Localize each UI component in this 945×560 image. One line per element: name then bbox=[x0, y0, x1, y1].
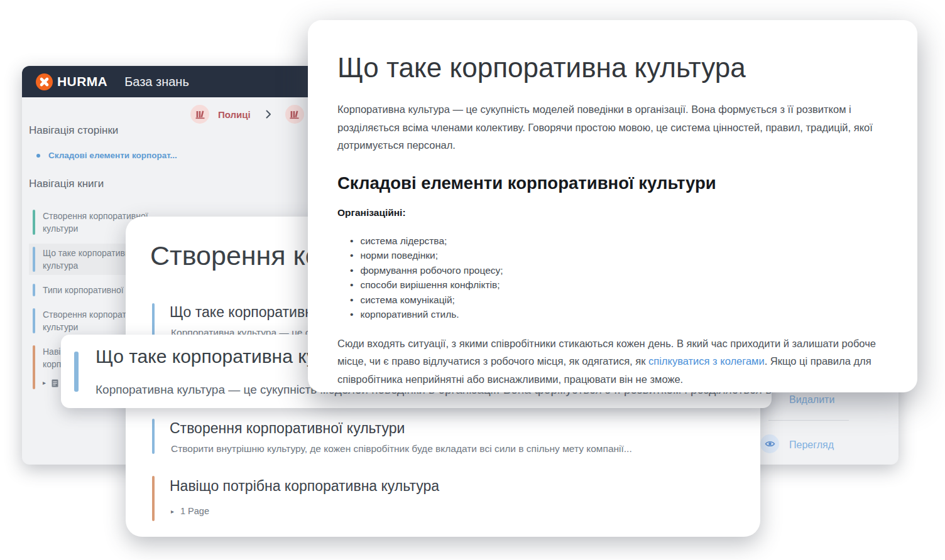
hurma-logo[interactable] bbox=[36, 73, 53, 90]
bullet-dot-icon bbox=[36, 154, 40, 158]
caret-right-icon: ▸ bbox=[171, 508, 174, 515]
page-doc-icon bbox=[52, 379, 58, 387]
brand-name: HURMA bbox=[57, 74, 107, 89]
item-color-bar bbox=[33, 284, 35, 296]
bullet-item: способи вирішення конфліктів; bbox=[350, 277, 890, 293]
screenshot-stage: HURMA База знань Полиці bbox=[0, 0, 945, 560]
page-navigation: Навігація сторінки Складові елементи кор… bbox=[29, 124, 177, 160]
chevron-right-icon bbox=[266, 110, 271, 119]
bullet-item: формування робочого процесу; bbox=[350, 263, 890, 278]
page-nav-link[interactable]: Складові елементи корпорат... bbox=[48, 151, 177, 160]
article-paragraph-2: Сюди входять ситуації, з якими співробіт… bbox=[337, 335, 890, 389]
article-title: Що таке корпоративна культура bbox=[337, 51, 890, 84]
preview-button[interactable]: Перегляд bbox=[789, 439, 834, 451]
item-color-bar bbox=[33, 308, 35, 333]
actions-divider bbox=[768, 420, 849, 421]
breadcrumb-shelves-link[interactable]: Полиці bbox=[218, 109, 251, 120]
app-title: База знань bbox=[124, 75, 189, 89]
book-page-expander[interactable]: ▸ 1 Page bbox=[171, 506, 209, 516]
page-nav-heading: Навігація сторінки bbox=[29, 124, 177, 137]
book-nav-item-label: культура bbox=[43, 259, 134, 272]
article-section-heading: Складові елементи корпоративної культури bbox=[337, 173, 890, 193]
bullet-item: норми поведінки; bbox=[350, 248, 890, 263]
item-color-bar bbox=[33, 345, 35, 389]
caret-right-icon: ▸ bbox=[43, 377, 46, 389]
book-icon[interactable] bbox=[285, 105, 304, 124]
book-nav-item-label: Що таке корпоративна bbox=[43, 247, 134, 259]
bullet-item: корпоративний стиль. bbox=[350, 307, 890, 322]
bookshelf-icon bbox=[195, 110, 205, 119]
article-group-label-1: Організаційні: bbox=[337, 207, 890, 218]
article-card: Що таке корпоративна культура Корпоратив… bbox=[308, 20, 917, 392]
bullet-item: система комунікацій; bbox=[350, 293, 890, 308]
article-intro: Корпоративна культура — це сукупність мо… bbox=[337, 100, 890, 154]
book-page-excerpt-2: Створити внутрішню культуру, де кожен сп… bbox=[171, 443, 632, 455]
page-nav-item[interactable]: Складові елементи корпорат... bbox=[29, 151, 177, 160]
article-bullet-list: система лідерства; норми поведінки; форм… bbox=[337, 234, 890, 322]
preview-eye-icon[interactable] bbox=[760, 434, 779, 453]
shelf-icon[interactable] bbox=[190, 105, 209, 124]
item-color-bar bbox=[152, 303, 155, 336]
bullet-item: система лідерства; bbox=[350, 234, 890, 249]
hurma-x-icon bbox=[39, 77, 50, 87]
item-color-bar bbox=[74, 352, 79, 392]
breadcrumb: Полиці bbox=[190, 105, 304, 124]
item-color-bar bbox=[33, 210, 35, 235]
delete-button[interactable]: Видалити bbox=[789, 394, 834, 406]
book-nav-heading: Навігація книги bbox=[29, 178, 145, 190]
item-color-bar bbox=[33, 247, 35, 272]
book-glyph-icon bbox=[290, 110, 299, 119]
colleagues-link[interactable]: спілкуватися з колегами bbox=[648, 355, 765, 367]
item-color-bar bbox=[152, 419, 155, 454]
item-color-bar bbox=[152, 476, 155, 521]
page-count-label: 1 Page bbox=[180, 506, 209, 516]
book-page-link-2[interactable]: Створення корпоративної культури bbox=[170, 420, 405, 437]
book-page-link-3[interactable]: Навіщо потрібна корпоративна культура bbox=[170, 478, 439, 495]
